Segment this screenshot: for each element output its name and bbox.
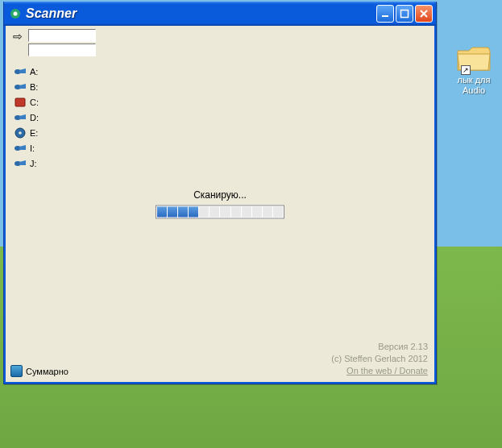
drive-icon: [14, 66, 27, 77]
drive-item-c[interactable]: C:: [14, 97, 429, 108]
drive-item-j[interactable]: J:: [14, 158, 429, 169]
progress-segment: [210, 207, 219, 218]
drive-icon: [14, 112, 27, 123]
drive-label: D:: [30, 113, 39, 122]
summary-button[interactable]: Суммарно: [10, 365, 68, 377]
svg-point-9: [19, 131, 22, 135]
progress-segment: [273, 207, 283, 218]
drive-list: A:B:C:D:E:I:J:: [10, 66, 429, 169]
app-window: Scanner ⇨ A:B:C:D:E:I:J: Сканирую...: [3, 2, 437, 384]
titlebar[interactable]: Scanner: [4, 2, 436, 26]
app-icon: [9, 7, 22, 20]
donate-link[interactable]: On the web / Donate: [331, 365, 428, 377]
drive-item-a[interactable]: A:: [14, 66, 429, 77]
svg-rect-6: [15, 98, 25, 106]
drive-label: J:: [30, 159, 37, 168]
progress-segment: [252, 207, 262, 218]
shortcut-label-2: Audio: [451, 85, 496, 96]
drive-item-b[interactable]: B:: [14, 81, 429, 93]
desktop-shortcut[interactable]: ↗ лык для Audio: [451, 44, 496, 96]
drive-label: C:: [30, 97, 39, 107]
client-area: ⇨ A:B:C:D:E:I:J: Сканирую... Суммарно Ве…: [4, 26, 436, 384]
shortcut-arrow-icon: ↗: [461, 65, 471, 75]
svg-point-1: [14, 12, 18, 16]
copyright-text: (c) Steffen Gerlach 2012: [331, 353, 428, 365]
drive-icon: [14, 97, 27, 108]
svg-rect-3: [401, 10, 409, 18]
status-text: Сканирую...: [147, 189, 292, 201]
summary-label: Суммарно: [26, 367, 68, 376]
drive-icon: [14, 158, 27, 169]
path-inputs: [28, 29, 96, 56]
drive-item-e[interactable]: E:: [14, 127, 429, 139]
progress-bar: [156, 205, 284, 219]
progress-segment: [189, 207, 198, 218]
drive-label: B:: [30, 82, 38, 92]
minimize-button[interactable]: [376, 5, 394, 23]
back-arrow-icon[interactable]: ⇨: [10, 31, 25, 42]
drive-label: A:: [30, 67, 38, 77]
progress-segment: [231, 207, 241, 218]
progress-segment: [157, 207, 167, 218]
shortcut-label-1: лык для: [451, 75, 496, 85]
drive-label: E:: [30, 128, 38, 138]
drive-icon: [14, 127, 27, 139]
version-text: Версия 2.13: [331, 341, 428, 353]
drive-icon: [14, 143, 27, 154]
drive-label: I:: [30, 143, 35, 153]
progress-segment: [178, 207, 188, 218]
path-input-1[interactable]: [28, 29, 96, 42]
summary-icon: [10, 365, 23, 377]
svg-rect-2: [382, 15, 388, 17]
footer-info: Версия 2.13 (c) Steffen Gerlach 2012 On …: [331, 341, 428, 377]
window-controls: [376, 5, 433, 23]
drive-item-d[interactable]: D:: [14, 112, 429, 123]
folder-icon: ↗: [456, 44, 492, 73]
scan-status-area: Сканирую...: [147, 189, 292, 219]
footer: Суммарно Версия 2.13 (c) Steffen Gerlach…: [10, 341, 428, 377]
path-input-2[interactable]: [28, 44, 96, 56]
top-row: ⇨: [10, 29, 429, 56]
progress-segment: [220, 207, 230, 218]
drive-icon: [14, 81, 27, 93]
progress-segment: [168, 207, 177, 218]
close-button[interactable]: [415, 5, 433, 23]
maximize-button[interactable]: [396, 5, 413, 23]
progress-segment: [242, 207, 251, 218]
drive-item-i[interactable]: I:: [14, 143, 429, 154]
window-title: Scanner: [26, 6, 376, 21]
progress-segment: [199, 207, 209, 218]
progress-segment: [263, 207, 272, 218]
